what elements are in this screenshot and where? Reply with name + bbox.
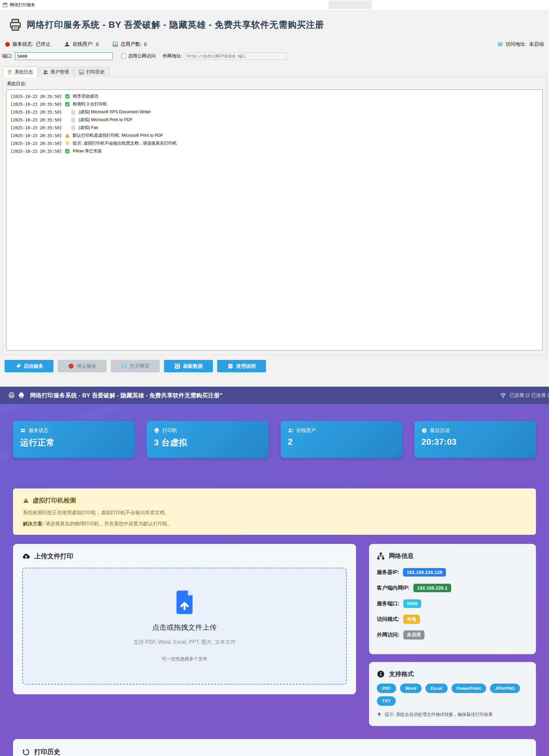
desktop-app-window: 网络打印服务 网络打印服务系统 - BY 吾爱破解 - 隐藏英雄 - 免费共享软…: [0, 0, 549, 387]
public-access-label: 启用公网访问: [128, 53, 156, 59]
warning-solution-text: 请连接真实的物理打印机，并在系统中设置为默认打印机。: [45, 521, 173, 526]
upload-card: 上传文件打印 点击或拖拽文件上传 支持 PDF, Word, Excel, PP…: [13, 544, 356, 694]
web-page-title: 网络打印服务系统 - BY 吾爱破解 - 隐藏英雄 - 免费共享软件无需购买注册…: [30, 392, 496, 399]
log-timestamp: [2025-10-23 20:35:50]: [10, 117, 62, 122]
button-icon: [121, 363, 127, 369]
log-status-icon: [65, 133, 70, 138]
log-status-icon: [71, 117, 76, 122]
network-row: 服务器IP: 192.168.226.128: [377, 567, 528, 577]
status-card-value: 2: [288, 437, 395, 447]
status-card-value: 20:37:03: [421, 437, 529, 447]
status-card-label: 在线用户: [296, 427, 316, 434]
service-status: 服务状态: 已停止: [5, 41, 51, 47]
network-info-title-row: 网络信息: [377, 552, 528, 560]
external-address-input[interactable]: [185, 53, 286, 60]
print-history-title-row: 打印历史: [22, 748, 527, 756]
button-icon: [175, 363, 180, 369]
log-timestamp: [2025-10-23 20:35:50]: [10, 141, 62, 146]
port-label: 端口:: [2, 53, 12, 59]
open-webpage-button[interactable]: 打开网页: [111, 360, 160, 372]
dropzone-formats-text: 支持 PDF, Word, Excel, PPT, 图片, 文本文件: [133, 639, 236, 646]
network-row-badge: 5000: [403, 599, 421, 608]
status-card-value: 运行正常: [20, 437, 128, 448]
dropzone-main-text: 点击或拖拽文件上传: [152, 623, 217, 632]
format-pills: PDFWordExcelPowerPointJPG/PNGTXT: [377, 684, 528, 706]
network-row: 服务端口: 5000: [377, 599, 528, 609]
network-row-badge: 未启用: [403, 630, 424, 640]
tab-user-management[interactable]: 用户管理: [38, 67, 73, 77]
network-row-label: 访问模式:: [377, 616, 399, 623]
button-icon: [228, 363, 234, 369]
network-row-badge: 本地: [403, 615, 420, 624]
online-users: 在线用户: 0: [64, 41, 99, 47]
log-message: (虚拟) Microsoft Print to PDF: [79, 117, 132, 123]
status-card-icon: [154, 428, 160, 433]
tab-label: 用户管理: [51, 69, 69, 75]
online-users-value: 0: [96, 41, 99, 47]
total-users-label: 总用户数:: [121, 41, 142, 47]
status-card-icon: [288, 428, 293, 433]
status-card-label: 打印机: [162, 427, 177, 434]
file-dropzone[interactable]: 点击或拖拽文件上传 支持 PDF, Word, Excel, PPT, 图片, …: [22, 568, 347, 685]
warning-line-1: 系统检测到您正在使用虚拟打印机，虚拟打印机不会输出纸质文档。: [23, 510, 526, 516]
status-card-label: 最后活动: [430, 427, 450, 434]
virtual-printer-warning: 虚拟打印机检测 系统检测到您正在使用虚拟打印机，虚拟打印机不会输出纸质文档。 解…: [13, 488, 536, 535]
file-upload-icon: [175, 591, 194, 614]
system-log-panel: 系统日志: [2025-10-23 20:35:50] 程序启动成功 [2025…: [3, 77, 546, 355]
tab-label: 打印历史: [86, 69, 105, 75]
status-card-icon: [20, 428, 26, 433]
service-status-label: 服务状态:: [12, 41, 33, 47]
log-timestamp: [2025-10-23 20:35:50]: [10, 149, 62, 154]
network-row: 外网访问: 未启用: [377, 630, 528, 640]
content-row: 上传文件打印 点击或拖拽文件上传 支持 PDF, Word, Excel, PP…: [13, 544, 536, 726]
tab-print-history[interactable]: 打印历史: [74, 67, 109, 77]
formats-tip-row: 提示: 系统会自动处理文件格式转换，确保最佳打印效果: [377, 712, 528, 717]
access-address-value: 未启动: [529, 41, 544, 47]
format-pill: PDF: [377, 684, 396, 693]
start-service-button[interactable]: 启动服务: [5, 360, 53, 372]
network-row-label: 服务器IP:: [377, 569, 399, 576]
access-address: 访问地址: 未启动: [497, 41, 544, 47]
port-row: 端口: 启用公网访问 外网地址:: [2, 52, 549, 60]
right-column: 网络信息 服务器IP: 192.168.226.128 客户端内网IP: 192…: [369, 544, 536, 726]
network-info-title: 网络信息: [389, 552, 414, 560]
log-entry: [2025-10-23 20:35:50] 检测到 3 台打印机: [10, 100, 539, 108]
network-row: 访问模式: 本地: [377, 614, 528, 624]
formats-title-row: 支持格式: [377, 670, 528, 678]
tab-system-log[interactable]: 系统日志: [3, 67, 38, 77]
upload-card-title: 上传文件打印: [34, 552, 73, 561]
log-entry: [2025-10-23 20:35:50] 程序启动成功: [10, 92, 539, 100]
help-button[interactable]: 使用说明: [217, 360, 266, 372]
public-access-checkbox[interactable]: [121, 54, 126, 58]
web-page: 网络打印服务系统 - BY 吾爱破解 - 隐藏英雄 - 免费共享软件无需购买注册…: [0, 387, 549, 756]
service-status-value: 已停止: [36, 41, 51, 47]
network-row: 客户端内网IP: 192.168.226.1: [377, 583, 528, 593]
refresh-data-button[interactable]: 刷新数据: [164, 360, 213, 372]
log-entry: [2025-10-23 20:35:50] (虚拟) Fax: [10, 124, 539, 131]
web-body: 服务状态 运行正常 打印机 3 台虚拟 在线用户 2 最后活动 20:37:03…: [0, 404, 549, 756]
window-title: 网络打印服务: [10, 2, 35, 8]
window-controls[interactable]: [328, 1, 372, 9]
dropzone-note-text: 可一次性选择多个文件: [162, 656, 207, 662]
log-status-icon: [65, 149, 70, 154]
port-input[interactable]: [15, 52, 113, 60]
wifi-icon: [500, 393, 507, 398]
globe-icon: [497, 41, 503, 47]
stop-service-button[interactable]: 停止服务: [58, 360, 107, 372]
network-row-label: 客户端内网IP:: [377, 585, 409, 592]
button-label: 启动服务: [24, 363, 43, 369]
system-log-label: 系统日志:: [7, 81, 544, 87]
log-entry: [2025-10-23 20:35:50] (虚拟) Microsoft XPS…: [10, 108, 539, 116]
log-timestamp: [2025-10-23 20:35:50]: [10, 133, 62, 138]
app-body: 网络打印服务系统 - BY 吾爱破解 - 隐藏英雄 - 免费共享软件无需购买注册…: [0, 10, 549, 387]
log-status-icon: [71, 110, 76, 115]
supported-formats-card: 支持格式 PDFWordExcelPowerPointJPG/PNGTXT 提示…: [369, 662, 536, 726]
network-row-label: 外网访问:: [377, 632, 399, 639]
system-log-box[interactable]: [2025-10-23 20:35:50] 程序启动成功 [2025-10-23…: [6, 89, 543, 350]
status-card-value: 3 台虚拟: [154, 437, 261, 448]
log-entry: [2025-10-23 20:35:50] Pillow 库已安装: [10, 147, 539, 155]
status-card-header: 最后活动: [421, 427, 529, 434]
status-cards-row: 服务状态 运行正常 打印机 3 台虚拟 在线用户 2 最后活动 20:37:03: [13, 421, 536, 458]
status-card: 在线用户 2: [281, 421, 402, 458]
format-pill: PowerPoint: [451, 684, 486, 693]
